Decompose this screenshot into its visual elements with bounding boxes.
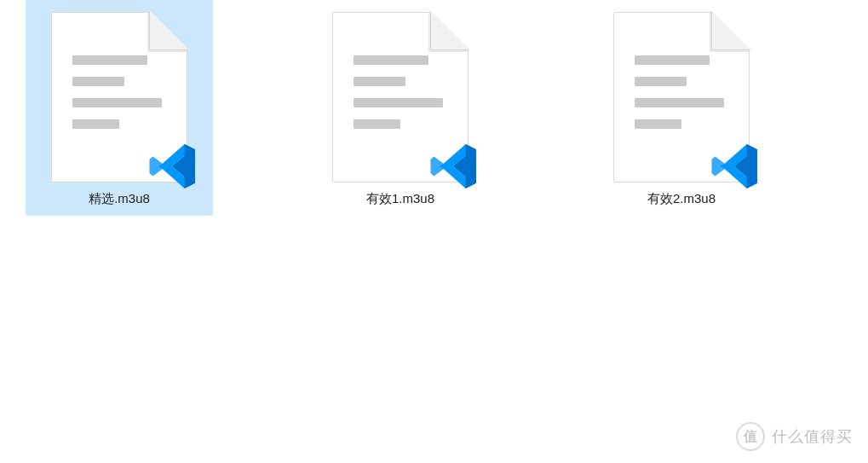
file-label: 有效2.m3u8	[647, 191, 716, 207]
file-item[interactable]: 有效1.m3u8	[307, 0, 494, 216]
watermark-text: 什么值得买	[772, 426, 853, 447]
watermark: 值 什么值得买	[736, 422, 853, 451]
file-icon	[332, 12, 468, 182]
file-grid: 精选.m3u8 有效1.m3u8	[0, 0, 868, 216]
file-item[interactable]: 精选.m3u8	[26, 0, 213, 216]
file-icon	[613, 12, 750, 182]
watermark-badge-icon: 值	[736, 422, 765, 451]
file-label: 精选.m3u8	[89, 191, 150, 207]
vscode-icon	[428, 140, 480, 193]
file-icon	[51, 12, 187, 182]
vscode-icon	[709, 140, 762, 193]
file-label: 有效1.m3u8	[366, 191, 434, 207]
vscode-icon	[147, 140, 199, 193]
file-item[interactable]: 有效2.m3u8	[588, 0, 775, 216]
